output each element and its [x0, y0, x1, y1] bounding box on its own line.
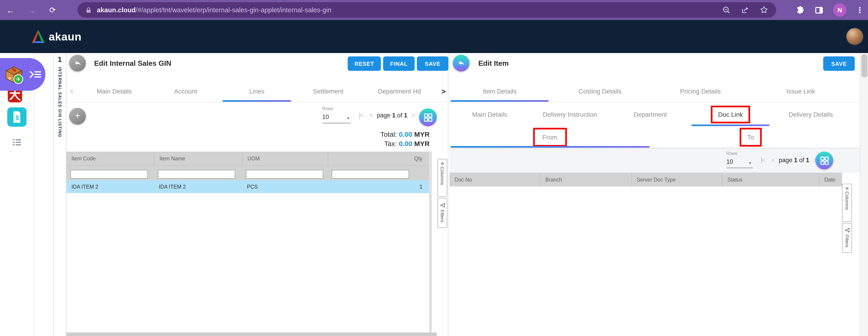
active-tab-underline	[451, 100, 549, 102]
page-scrollbar[interactable]	[860, 53, 868, 336]
columns-tab[interactable]: ≡ Columns	[842, 183, 852, 222]
rows-per-page-select[interactable]: Rows 10 ▼	[726, 151, 753, 168]
tab-from[interactable]: From	[450, 126, 650, 148]
columns-tab[interactable]: ≡ Columns	[437, 159, 447, 197]
columns-lines-icon: ≡	[842, 187, 851, 190]
subtab-delivery-details[interactable]: Delivery Details	[771, 102, 851, 126]
annotation-box-to: To	[739, 128, 762, 146]
tab-lines[interactable]: Lines	[221, 81, 292, 102]
subtab-department[interactable]: Department	[610, 102, 690, 126]
extensions-puzzle-icon[interactable]	[796, 5, 805, 14]
from-to-tab-bar: From To	[450, 126, 860, 148]
grid-view-button[interactable]	[419, 108, 437, 126]
tabs-scroll-left-icon[interactable]: <	[70, 81, 73, 102]
scrollbar-thumb[interactable]	[861, 54, 868, 77]
find-in-page-icon[interactable]	[722, 5, 731, 14]
browser-chrome: ← → ⟳ akaun.cloud/#/applet/tnt/wavelet/e…	[0, 0, 868, 20]
side-panel-icon[interactable]	[814, 5, 824, 14]
filter-uom-input[interactable]	[246, 169, 323, 178]
left-side-rail: ≡ Columns Filters	[437, 159, 447, 229]
tab-to[interactable]: To	[650, 126, 851, 148]
add-line-button[interactable]: +	[69, 108, 86, 125]
page-indicator: page 1 of 1	[377, 111, 407, 118]
tabs-scroll-right-icon[interactable]: >	[441, 81, 445, 102]
table-horizontal-scrollbar[interactable]	[66, 332, 437, 336]
reply-arrow-icon	[73, 59, 82, 68]
browser-profile-avatar[interactable]: N	[833, 3, 846, 16]
browser-menu-icon[interactable]: ⋮	[856, 5, 864, 14]
tab-item-details[interactable]: Item Details	[450, 81, 550, 102]
back-button[interactable]	[453, 55, 469, 71]
save-button[interactable]: SAVE	[417, 57, 448, 71]
col-item-code: Item Code	[66, 152, 154, 165]
sidebar-item-active-applet[interactable]: ✈	[0, 58, 45, 91]
listing-tab-label: INTERNAL SALES GIN LISTING	[57, 67, 62, 137]
next-page-icon[interactable]: >	[412, 111, 415, 118]
subtab-doc-link[interactable]: Doc Link	[690, 102, 771, 126]
subtab-delivery-instruction[interactable]: Delivery Instruction	[530, 102, 610, 126]
app-bar: akaun	[0, 20, 868, 53]
profile-avatar[interactable]	[846, 28, 864, 45]
table-vertical-scrollbar[interactable]	[429, 152, 432, 332]
grid-icon	[423, 112, 433, 123]
annotation-box-from: From	[533, 128, 567, 146]
filter-item-code-input[interactable]	[70, 169, 148, 178]
prev-page-icon[interactable]: <	[771, 156, 774, 163]
totals-block: Total: 0.00 MYR Tax: 0.00 MYR	[380, 131, 430, 149]
address-bar[interactable]: akaun.cloud/#/applet/tnt/wavelet/erp/int…	[78, 2, 776, 18]
filter-item-name-input[interactable]	[158, 169, 235, 178]
table-row-selected[interactable]: IDA ITEM 2 IDA ITEM 2 PCS 1	[66, 180, 429, 193]
screenshot-root: ← → ⟳ akaun.cloud/#/applet/tnt/wavelet/e…	[0, 0, 868, 336]
package-box-icon: ✈	[3, 64, 24, 85]
filters-tab[interactable]: Filters	[437, 198, 447, 228]
page-indicator: page 1 of 1	[779, 156, 809, 163]
bookmark-star-icon[interactable]	[760, 5, 769, 14]
collapse-menu-icon	[29, 70, 42, 78]
rows-per-page-select[interactable]: Rows 10 ▼	[322, 106, 351, 123]
save-button[interactable]: SAVE	[823, 57, 855, 71]
cell-qty: 1	[328, 183, 429, 190]
first-page-icon[interactable]: |<	[359, 111, 363, 118]
tab-issue-link[interactable]: Issue Link	[750, 81, 851, 102]
subtab-main-details[interactable]: Main Details	[450, 102, 530, 126]
browser-forward-icon[interactable]: →	[21, 5, 42, 14]
active-subtab-underline	[691, 124, 769, 126]
cell-item-name: IDA ITEM 2	[154, 183, 242, 190]
sidebar-item-invoice-applet[interactable]: $	[7, 107, 27, 129]
tax-value: 0.00	[399, 140, 412, 148]
share-icon[interactable]	[741, 5, 750, 14]
rows-label: Rows	[322, 106, 351, 111]
filter-funnel-icon	[440, 202, 445, 208]
tab-main-details[interactable]: Main Details	[79, 81, 150, 102]
col-branch: Branch	[540, 173, 631, 187]
filter-funnel-icon	[844, 228, 850, 233]
browser-refresh-icon[interactable]: ⟳	[42, 5, 63, 14]
tab-settlement[interactable]: Settlement	[292, 81, 364, 102]
tab-internal-sales-gin-listing[interactable]: 1 INTERNAL SALES GIN LISTING	[53, 53, 66, 336]
columns-lines-icon: ≡	[438, 162, 447, 165]
final-button[interactable]: FINAL	[383, 57, 415, 71]
grid-view-button[interactable]	[815, 152, 833, 169]
filters-tab[interactable]: Filters	[842, 223, 852, 253]
akaun-logo[interactable]: akaun	[31, 29, 82, 44]
sidebar-item-list[interactable]	[13, 138, 21, 148]
browser-back-icon[interactable]: ←	[0, 5, 21, 14]
reset-button[interactable]: RESET	[348, 57, 381, 71]
filters-label: Filters	[844, 235, 850, 247]
tab-pricing-details[interactable]: Pricing Details	[650, 81, 750, 102]
filter-qty-input[interactable]	[332, 169, 409, 178]
col-server-doc-type: Server Doc Type	[631, 173, 722, 187]
filters-label: Filters	[440, 210, 445, 223]
tab-account[interactable]: Account	[150, 81, 221, 102]
tab-costing-details[interactable]: Costing Details	[550, 81, 650, 102]
right-pager: Rows 10 ▼ |< < page 1 of 1 > >|	[726, 151, 831, 168]
col-doc-no: Doc No	[450, 173, 540, 187]
first-page-icon[interactable]: |<	[761, 156, 765, 163]
reply-arrow-icon	[457, 59, 466, 68]
back-button[interactable]	[69, 55, 86, 71]
active-tab-underline	[222, 100, 291, 102]
right-panel-header: Edit Item SAVE	[450, 53, 860, 81]
page-title: Edit Item	[478, 59, 509, 67]
prev-page-icon[interactable]: <	[369, 111, 372, 118]
tab-department-hdr[interactable]: Department Hd	[364, 81, 435, 102]
